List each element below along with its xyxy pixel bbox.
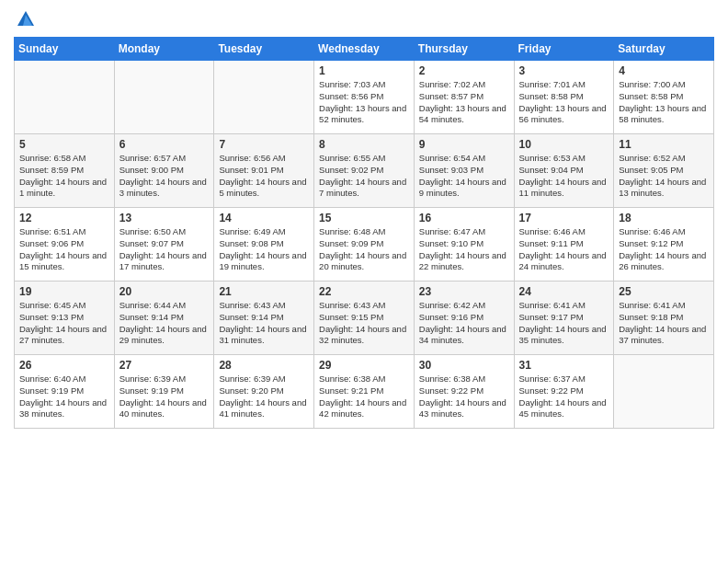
calendar-cell: 2Sunrise: 7:02 AM Sunset: 8:57 PM Daylig… [414, 61, 514, 134]
calendar-cell: 15Sunrise: 6:48 AM Sunset: 9:09 PM Dayli… [314, 208, 415, 282]
day-info: Sunrise: 6:39 AM Sunset: 9:20 PM Dayligh… [219, 373, 309, 420]
day-number: 7 [219, 138, 309, 151]
day-number: 13 [119, 212, 210, 224]
day-info: Sunrise: 6:40 AM Sunset: 9:19 PM Dayligh… [19, 373, 109, 420]
day-info: Sunrise: 6:54 AM Sunset: 9:03 PM Dayligh… [419, 153, 509, 200]
calendar-cell [614, 355, 714, 429]
calendar-cell: 27Sunrise: 6:39 AM Sunset: 9:19 PM Dayli… [114, 355, 214, 429]
calendar-cell: 14Sunrise: 6:49 AM Sunset: 9:08 PM Dayli… [214, 208, 314, 282]
day-info: Sunrise: 6:47 AM Sunset: 9:10 PM Dayligh… [419, 226, 509, 273]
day-info: Sunrise: 6:39 AM Sunset: 9:19 PM Dayligh… [119, 373, 210, 420]
calendar-cell: 23Sunrise: 6:42 AM Sunset: 9:16 PM Dayli… [414, 282, 514, 355]
day-info: Sunrise: 7:03 AM Sunset: 8:56 PM Dayligh… [319, 79, 409, 126]
day-number: 21 [219, 285, 309, 298]
day-number: 12 [19, 212, 109, 224]
day-number: 25 [619, 285, 709, 298]
calendar-cell: 18Sunrise: 6:46 AM Sunset: 9:12 PM Dayli… [614, 208, 714, 282]
day-info: Sunrise: 6:43 AM Sunset: 9:15 PM Dayligh… [319, 300, 409, 347]
calendar-cell: 20Sunrise: 6:44 AM Sunset: 9:14 PM Dayli… [114, 282, 214, 355]
day-info: Sunrise: 6:52 AM Sunset: 9:05 PM Dayligh… [619, 153, 709, 200]
day-number: 29 [319, 359, 409, 372]
day-of-week-header: Wednesday [314, 38, 415, 61]
day-number: 17 [519, 212, 609, 224]
day-number: 30 [419, 359, 509, 372]
day-number: 23 [419, 285, 509, 298]
calendar-week-row: 12Sunrise: 6:51 AM Sunset: 9:06 PM Dayli… [15, 208, 714, 282]
day-info: Sunrise: 6:56 AM Sunset: 9:01 PM Dayligh… [219, 153, 309, 200]
calendar-week-row: 5Sunrise: 6:58 AM Sunset: 8:59 PM Daylig… [15, 134, 714, 208]
calendar-cell: 17Sunrise: 6:46 AM Sunset: 9:11 PM Dayli… [514, 208, 614, 282]
day-number: 15 [319, 212, 409, 224]
calendar-week-row: 1Sunrise: 7:03 AM Sunset: 8:56 PM Daylig… [15, 61, 714, 134]
day-number: 22 [319, 285, 409, 298]
day-info: Sunrise: 6:58 AM Sunset: 8:59 PM Dayligh… [19, 153, 109, 200]
calendar-cell: 29Sunrise: 6:38 AM Sunset: 9:21 PM Dayli… [314, 355, 415, 429]
day-info: Sunrise: 6:38 AM Sunset: 9:21 PM Dayligh… [319, 373, 409, 420]
day-number: 18 [619, 212, 709, 224]
day-info: Sunrise: 6:51 AM Sunset: 9:06 PM Dayligh… [19, 226, 109, 273]
day-number: 11 [619, 138, 709, 151]
day-of-week-header: Monday [114, 38, 214, 61]
page: SundayMondayTuesdayWednesdayThursdayFrid… [0, 0, 728, 563]
day-number: 9 [419, 138, 509, 151]
calendar-cell: 11Sunrise: 6:52 AM Sunset: 9:05 PM Dayli… [614, 134, 714, 208]
day-number: 2 [419, 64, 509, 77]
calendar-cell: 31Sunrise: 6:37 AM Sunset: 9:22 PM Dayli… [514, 355, 614, 429]
calendar-week-row: 26Sunrise: 6:40 AM Sunset: 9:19 PM Dayli… [15, 355, 714, 429]
logo [14, 9, 36, 29]
day-of-week-header: Thursday [414, 38, 514, 61]
calendar-cell: 12Sunrise: 6:51 AM Sunset: 9:06 PM Dayli… [15, 208, 115, 282]
day-number: 14 [219, 212, 309, 224]
calendar-cell: 16Sunrise: 6:47 AM Sunset: 9:10 PM Dayli… [414, 208, 514, 282]
day-number: 6 [119, 138, 210, 151]
day-info: Sunrise: 6:53 AM Sunset: 9:04 PM Dayligh… [519, 153, 609, 200]
day-info: Sunrise: 6:41 AM Sunset: 9:18 PM Dayligh… [619, 300, 709, 347]
day-info: Sunrise: 6:44 AM Sunset: 9:14 PM Dayligh… [119, 300, 210, 347]
day-info: Sunrise: 7:00 AM Sunset: 8:58 PM Dayligh… [619, 79, 709, 126]
calendar-cell: 4Sunrise: 7:00 AM Sunset: 8:58 PM Daylig… [614, 61, 714, 134]
calendar-cell: 28Sunrise: 6:39 AM Sunset: 9:20 PM Dayli… [214, 355, 314, 429]
calendar-cell: 5Sunrise: 6:58 AM Sunset: 8:59 PM Daylig… [15, 134, 115, 208]
day-info: Sunrise: 6:46 AM Sunset: 9:11 PM Dayligh… [519, 226, 609, 273]
day-info: Sunrise: 6:55 AM Sunset: 9:02 PM Dayligh… [319, 153, 409, 200]
day-number: 28 [219, 359, 309, 372]
day-info: Sunrise: 6:50 AM Sunset: 9:07 PM Dayligh… [119, 226, 210, 273]
day-number: 31 [519, 359, 609, 372]
calendar-cell [114, 61, 214, 134]
day-info: Sunrise: 7:02 AM Sunset: 8:57 PM Dayligh… [419, 79, 509, 126]
calendar-cell: 10Sunrise: 6:53 AM Sunset: 9:04 PM Dayli… [514, 134, 614, 208]
calendar-cell: 30Sunrise: 6:38 AM Sunset: 9:22 PM Dayli… [414, 355, 514, 429]
day-info: Sunrise: 6:45 AM Sunset: 9:13 PM Dayligh… [19, 300, 109, 347]
day-of-week-header: Tuesday [214, 38, 314, 61]
day-number: 27 [119, 359, 210, 372]
day-number: 5 [19, 138, 109, 151]
calendar-cell: 21Sunrise: 6:43 AM Sunset: 9:14 PM Dayli… [214, 282, 314, 355]
day-info: Sunrise: 6:49 AM Sunset: 9:08 PM Dayligh… [219, 226, 309, 273]
calendar-cell: 6Sunrise: 6:57 AM Sunset: 9:00 PM Daylig… [114, 134, 214, 208]
calendar-table: SundayMondayTuesdayWednesdayThursdayFrid… [14, 37, 714, 429]
day-number: 16 [419, 212, 509, 224]
calendar-cell: 22Sunrise: 6:43 AM Sunset: 9:15 PM Dayli… [314, 282, 415, 355]
calendar-cell: 25Sunrise: 6:41 AM Sunset: 9:18 PM Dayli… [614, 282, 714, 355]
day-info: Sunrise: 6:48 AM Sunset: 9:09 PM Dayligh… [319, 226, 409, 273]
day-number: 4 [619, 64, 709, 77]
day-number: 24 [519, 285, 609, 298]
calendar-cell: 3Sunrise: 7:01 AM Sunset: 8:58 PM Daylig… [514, 61, 614, 134]
day-header-row: SundayMondayTuesdayWednesdayThursdayFrid… [15, 38, 714, 61]
day-number: 20 [119, 285, 210, 298]
day-number: 8 [319, 138, 409, 151]
calendar-cell: 9Sunrise: 6:54 AM Sunset: 9:03 PM Daylig… [414, 134, 514, 208]
day-number: 10 [519, 138, 609, 151]
calendar-cell: 26Sunrise: 6:40 AM Sunset: 9:19 PM Dayli… [15, 355, 115, 429]
calendar-cell: 19Sunrise: 6:45 AM Sunset: 9:13 PM Dayli… [15, 282, 115, 355]
day-info: Sunrise: 6:38 AM Sunset: 9:22 PM Dayligh… [419, 373, 509, 420]
day-info: Sunrise: 7:01 AM Sunset: 8:58 PM Dayligh… [519, 79, 609, 126]
day-of-week-header: Sunday [15, 38, 115, 61]
header [14, 9, 714, 29]
calendar-week-row: 19Sunrise: 6:45 AM Sunset: 9:13 PM Dayli… [15, 282, 714, 355]
calendar-cell: 24Sunrise: 6:41 AM Sunset: 9:17 PM Dayli… [514, 282, 614, 355]
logo-icon [16, 9, 36, 29]
day-info: Sunrise: 6:37 AM Sunset: 9:22 PM Dayligh… [519, 373, 609, 420]
day-info: Sunrise: 6:46 AM Sunset: 9:12 PM Dayligh… [619, 226, 709, 273]
calendar-cell: 13Sunrise: 6:50 AM Sunset: 9:07 PM Dayli… [114, 208, 214, 282]
